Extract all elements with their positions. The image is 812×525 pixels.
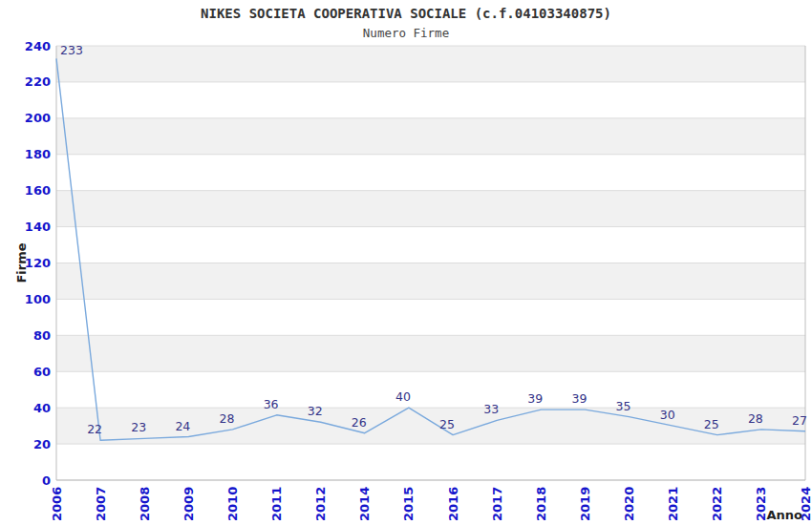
data-point-label: 26 <box>352 415 367 430</box>
data-point-label: 25 <box>704 417 719 431</box>
x-tick-label: 2022 <box>710 487 724 521</box>
data-point-label: 24 <box>175 419 190 433</box>
data-point-label: 30 <box>660 408 675 422</box>
y-tick-label: 240 <box>25 39 51 53</box>
x-tick-label: 2016 <box>446 487 460 521</box>
x-tick-label: 2014 <box>357 487 372 521</box>
data-point-label: 35 <box>616 399 631 413</box>
y-tick-label: 200 <box>25 111 51 125</box>
x-tick-label: 2012 <box>313 487 328 521</box>
y-tick-label: 220 <box>25 74 51 89</box>
x-tick-label: 2008 <box>138 487 152 521</box>
x-tick-label: 2019 <box>578 487 592 521</box>
x-tick-label: 2009 <box>182 487 196 521</box>
data-point-label: 28 <box>220 411 235 426</box>
grid-band <box>56 335 805 371</box>
grid-band <box>56 191 805 227</box>
data-point-label: 36 <box>264 397 279 411</box>
data-point-label: 39 <box>527 391 543 406</box>
y-tick-label: 40 <box>33 401 51 415</box>
data-point-label: 23 <box>131 420 146 434</box>
data-point-label: 32 <box>308 404 323 418</box>
data-point-label: 22 <box>87 422 102 436</box>
x-tick-label: 2021 <box>666 487 680 521</box>
y-axis-title: Firme <box>14 242 29 283</box>
data-point-label: 233 <box>60 43 83 57</box>
grid-band <box>56 408 805 444</box>
x-tick-label: 2015 <box>401 487 416 521</box>
x-tick-label: 2018 <box>534 487 548 521</box>
y-tick-label: 180 <box>25 147 51 161</box>
y-tick-label: 160 <box>25 183 51 198</box>
data-point-label: 28 <box>748 411 763 426</box>
grid-band <box>56 263 805 300</box>
line-chart-plot: 0204060801001201401601802002202402006200… <box>0 0 812 525</box>
y-tick-label: 60 <box>33 365 51 379</box>
y-tick-label: 0 <box>42 473 51 488</box>
series-line <box>56 58 805 440</box>
x-tick-label: 2006 <box>50 487 64 521</box>
y-tick-label: 80 <box>33 328 51 343</box>
y-tick-label: 140 <box>25 220 51 234</box>
data-point-label: 27 <box>792 413 807 428</box>
y-tick-label: 100 <box>25 292 51 306</box>
x-tick-label: 2007 <box>94 487 108 521</box>
grid-band <box>56 46 805 82</box>
x-tick-label: 2011 <box>269 487 284 521</box>
data-point-label: 25 <box>439 417 455 431</box>
data-point-label: 40 <box>395 389 411 404</box>
chart-container: NIKES SOCIETA COOPERATIVA SOCIALE (c.f.0… <box>0 0 812 525</box>
x-tick-label: 2020 <box>622 487 636 521</box>
y-tick-label: 20 <box>33 437 51 452</box>
data-point-label: 33 <box>483 402 499 416</box>
x-tick-label: 2010 <box>225 487 240 521</box>
grid-band <box>56 118 805 155</box>
x-tick-label: 2017 <box>490 487 504 521</box>
data-point-label: 39 <box>571 391 587 406</box>
x-axis-title: Anno <box>766 508 802 522</box>
